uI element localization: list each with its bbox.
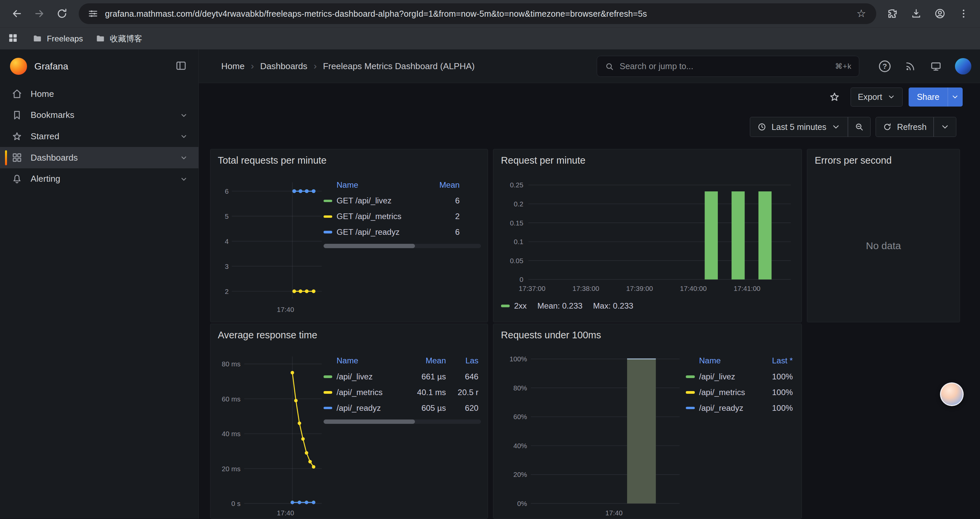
- help-icon[interactable]: ?: [878, 60, 891, 73]
- panel-title[interactable]: Average response time: [210, 324, 488, 341]
- request-per-minute-chart[interactable]: 0.250.20.150.10.05017:37:0017:38:0017:39…: [498, 174, 797, 300]
- sidebar-item-alerting[interactable]: Alerting: [0, 168, 199, 190]
- legend-header: NameMean: [323, 177, 481, 193]
- svg-text:20%: 20%: [513, 471, 527, 478]
- legend-value: 661 µs: [402, 372, 446, 382]
- legend-row[interactable]: /api/_metrics100%: [686, 385, 797, 400]
- svg-text:80%: 80%: [513, 384, 527, 392]
- legend-row[interactable]: /api/_livez100%: [686, 369, 797, 385]
- reload-icon[interactable]: [51, 3, 73, 24]
- chevron-down-icon[interactable]: [179, 174, 188, 184]
- forward-icon[interactable]: [29, 3, 50, 24]
- legend-series-name: /api/_metrics: [699, 388, 753, 397]
- sidebar-item-home[interactable]: Home: [0, 83, 199, 105]
- breadcrumb-item[interactable]: Dashboards: [260, 61, 307, 72]
- legend-row[interactable]: /api/_metrics40.1 ms20.5 r: [323, 385, 481, 400]
- legend-row[interactable]: GET /api/_metrics2: [323, 209, 481, 224]
- legend-row[interactable]: GET /api/_readyz6: [323, 224, 481, 240]
- series-color-dash: [686, 375, 694, 378]
- sidebar-item-dashboards[interactable]: Dashboards: [0, 147, 199, 168]
- scrollbar-thumb[interactable]: [323, 420, 415, 424]
- grafana-logo[interactable]: [10, 58, 27, 75]
- total-requests-chart[interactable]: 6543217:40: [215, 173, 340, 320]
- apps-grid-icon[interactable]: [7, 32, 20, 45]
- svg-text:17:40:00: 17:40:00: [680, 284, 707, 292]
- legend-scrollbar[interactable]: [323, 244, 481, 248]
- panel-title[interactable]: Requests under 100ms: [493, 324, 802, 341]
- svg-text:5: 5: [224, 212, 228, 220]
- svg-text:80 ms: 80 ms: [221, 360, 240, 368]
- home-icon: [11, 88, 23, 99]
- favorite-star-icon[interactable]: [827, 89, 842, 105]
- legend-scrollbar[interactable]: [323, 420, 481, 424]
- legend-series-name: GET /api/_readyz: [337, 227, 425, 237]
- sidebar-item-bookmarks[interactable]: Bookmarks: [0, 105, 199, 126]
- bookmark-star-icon[interactable]: ☆: [855, 7, 867, 20]
- breadcrumb-item[interactable]: Home: [221, 61, 245, 72]
- url-text[interactable]: grafana.mathmast.com/d/deytv4rwavabkb/fr…: [105, 9, 855, 19]
- time-range-picker[interactable]: Last 5 minutes: [750, 117, 848, 137]
- clock-icon: [757, 122, 767, 132]
- sidebar-item-label: Alerting: [31, 174, 60, 184]
- chevron-down-icon[interactable]: [179, 132, 188, 141]
- svg-text:100%: 100%: [510, 355, 527, 363]
- series-color-dash: [501, 305, 510, 307]
- series-color-dash: [323, 391, 332, 393]
- breadcrumb: Home›Dashboards›Freeleaps Metrics Dashbo…: [221, 61, 475, 72]
- share-button[interactable]: Share: [908, 88, 947, 106]
- apps-icon: [11, 152, 23, 163]
- legend-row[interactable]: /api/_readyz100%: [686, 400, 797, 416]
- svg-text:0: 0: [520, 276, 523, 283]
- share-menu-chevron-icon[interactable]: [948, 88, 963, 106]
- requests-under-100ms-chart[interactable]: 100%80%60%40%20%0%17:40: [498, 348, 686, 519]
- search-placeholder: Search or jump to...: [620, 61, 830, 71]
- chevron-down-icon[interactable]: [179, 153, 188, 162]
- series-color-dash: [323, 407, 332, 409]
- scrollbar-thumb[interactable]: [323, 244, 415, 248]
- legend-row[interactable]: /api/_livez661 µs646: [323, 369, 481, 385]
- back-icon[interactable]: [6, 3, 28, 24]
- refresh-interval-chevron[interactable]: [934, 117, 956, 137]
- average-response-time-chart[interactable]: 80 ms60 ms40 ms20 ms0 s17:40: [215, 348, 340, 519]
- downloads-icon[interactable]: [906, 4, 926, 24]
- refresh-button[interactable]: Refresh: [876, 117, 934, 137]
- search-input[interactable]: Search or jump to... ⌘+k: [597, 56, 859, 77]
- site-info-icon[interactable]: [88, 8, 99, 19]
- bookmark-item[interactable]: 收藏博客: [95, 34, 142, 44]
- panel-title[interactable]: Total requests per minute: [210, 149, 488, 166]
- panel-title[interactable]: Request per minute: [493, 149, 802, 166]
- svg-text:0 s: 0 s: [231, 500, 240, 507]
- legend-series-name: /api/_livez: [699, 372, 753, 382]
- svg-text:17:37:00: 17:37:00: [519, 284, 546, 292]
- dashboard-actions: Export Share: [199, 83, 980, 110]
- chevron-down-icon[interactable]: [179, 110, 188, 120]
- export-button[interactable]: Export: [851, 88, 903, 106]
- profile-icon[interactable]: [930, 4, 950, 24]
- url-bar[interactable]: grafana.mathmast.com/d/deytv4rwavabkb/fr…: [79, 3, 876, 24]
- user-avatar[interactable]: [955, 58, 971, 75]
- svg-text:0.1: 0.1: [514, 238, 524, 246]
- monitor-icon[interactable]: [929, 60, 942, 73]
- sidebar: Grafana HomeBookmarksStarredDashboardsAl…: [0, 50, 199, 519]
- sidebar-collapse-icon[interactable]: [175, 59, 188, 73]
- sidebar-item-starred[interactable]: Starred: [0, 126, 199, 147]
- legend: 2xx Mean: 0.233 Max: 0.233: [501, 301, 633, 311]
- legend-series-name[interactable]: 2xx: [514, 301, 527, 311]
- legend-value: 6: [425, 196, 460, 205]
- rss-icon[interactable]: [904, 60, 916, 73]
- legend-mean: Mean: 0.233: [538, 301, 582, 311]
- legend-table: NameMeanGET /api/_livez6GET /api/_metric…: [323, 177, 481, 248]
- extensions-icon[interactable]: [883, 4, 903, 24]
- floating-assistant-avatar[interactable]: [940, 382, 964, 406]
- panel-title[interactable]: Errors per second: [807, 149, 960, 166]
- legend-value: 2: [425, 212, 460, 221]
- export-label: Export: [858, 92, 882, 102]
- legend-row[interactable]: /api/_readyz605 µs620: [323, 400, 481, 416]
- browser-menu-icon[interactable]: [954, 4, 974, 24]
- bookmark-item[interactable]: Freeleaps: [32, 34, 83, 44]
- legend-row[interactable]: GET /api/_livez6: [323, 193, 481, 209]
- legend-header: NameMeanLas: [323, 353, 481, 369]
- zoom-out-button[interactable]: [848, 117, 870, 137]
- time-range-group: Last 5 minutes: [750, 117, 870, 137]
- breadcrumb-item: Freeleaps Metrics Dashboard (ALPHA): [323, 61, 475, 72]
